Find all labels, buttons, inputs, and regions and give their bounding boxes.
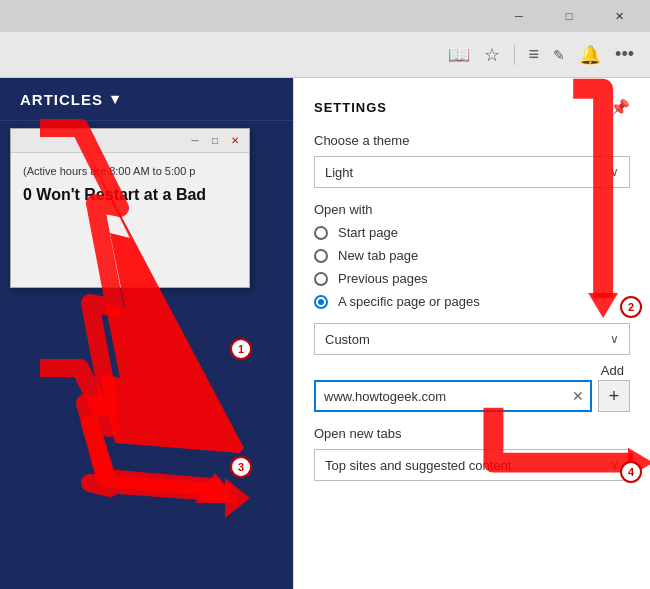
url-row: ✕ + [314,380,630,412]
hub-icon[interactable]: ≡ [529,44,540,65]
add-label: Add [601,363,624,378]
radio-specific-circle [314,295,328,309]
open-with-label: Open with [314,202,630,217]
url-input[interactable] [314,380,592,412]
radio-start-label: Start page [338,225,398,240]
close-button[interactable]: ✕ [596,0,642,32]
favorites-icon[interactable]: ☆ [484,44,500,66]
open-new-tabs-value: Top sites and suggested content [325,458,511,473]
svg-marker-2 [225,478,250,518]
more-icon[interactable]: ••• [615,44,634,65]
browser-content: ARTICLES ▾ ─ □ ✕ (Active hours are 8:00 … [0,78,293,589]
svg-marker-1 [195,473,240,503]
annotation-3: 3 [230,456,252,478]
radio-specific-label: A specific page or pages [338,294,480,309]
radio-newtab-label: New tab page [338,248,418,263]
inner-minimize-button[interactable]: ─ [185,131,205,151]
settings-title: SETTINGS [314,100,387,115]
open-new-tabs-dropdown[interactable]: Top sites and suggested content ∨ [314,449,630,481]
open-new-tabs-chevron-icon: ∨ [610,458,619,472]
inner-close-button[interactable]: ✕ [225,131,245,151]
minimize-button[interactable]: ─ [496,0,542,32]
radio-previous-pages[interactable]: Previous pages [314,271,630,286]
annotation-2: 2 [620,296,642,318]
main-area: ARTICLES ▾ ─ □ ✕ (Active hours are 8:00 … [0,78,650,589]
theme-value: Light [325,165,353,180]
radio-new-tab-page[interactable]: New tab page [314,248,630,263]
add-label-row: Add [314,363,630,378]
articles-label: ARTICLES [20,91,103,108]
custom-dropdown[interactable]: Custom ∨ [314,323,630,355]
browser-toolbar: 📖 ☆ ≡ ✎ 🔔 ••• [0,32,650,78]
inner-headline: 0 Won't Restart at a Bad [23,185,237,206]
theme-chevron-icon: ∨ [610,165,619,179]
active-hours-text: (Active hours are 8:00 AM to 5:00 p [23,165,237,177]
settings-panel: SETTINGS 📌 Choose a theme Light ∨ Open w… [293,78,650,589]
inner-content: (Active hours are 8:00 AM to 5:00 p 0 Wo… [11,153,249,218]
custom-value: Custom [325,332,370,347]
radio-start-page[interactable]: Start page [314,225,630,240]
web-note-icon[interactable]: ✎ [553,47,565,63]
pin-icon[interactable]: 📌 [610,98,630,117]
inner-maximize-button[interactable]: □ [205,131,225,151]
choose-theme-label: Choose a theme [314,133,630,148]
radio-previous-circle [314,272,328,286]
inner-window: ─ □ ✕ (Active hours are 8:00 AM to 5:00 … [10,128,250,288]
radio-previous-label: Previous pages [338,271,428,286]
annotation-1: 1 [230,338,252,360]
settings-header: SETTINGS 📌 [314,98,630,117]
notifications-icon[interactable]: 🔔 [579,44,601,66]
reading-list-icon[interactable]: 📖 [448,44,470,66]
maximize-button[interactable]: □ [546,0,592,32]
articles-chevron: ▾ [111,90,120,108]
url-clear-button[interactable]: ✕ [568,386,588,406]
inner-title-bar: ─ □ ✕ [11,129,249,153]
radio-newtab-circle [314,249,328,263]
articles-bar: ARTICLES ▾ [0,78,293,121]
custom-chevron-icon: ∨ [610,332,619,346]
add-plus-button[interactable]: + [598,380,630,412]
radio-start-circle [314,226,328,240]
open-new-tabs-label: Open new tabs [314,426,630,441]
toolbar-divider [514,45,515,65]
title-bar-controls: ─ □ ✕ [496,0,642,32]
url-input-wrapper: ✕ [314,380,592,412]
theme-dropdown[interactable]: Light ∨ [314,156,630,188]
annotation-4: 4 [620,461,642,483]
title-bar: ─ □ ✕ [0,0,650,32]
radio-specific-page[interactable]: A specific page or pages [314,294,630,309]
radio-group: Start page New tab page Previous pages A… [314,225,630,309]
